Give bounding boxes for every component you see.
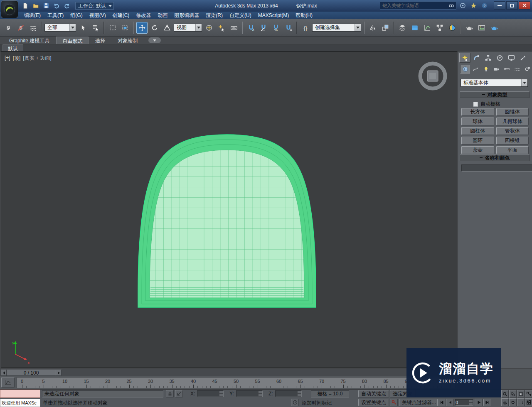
set-keys-toggle[interactable] — [390, 399, 398, 406]
previous-key-button[interactable] — [446, 399, 454, 406]
sphere-button[interactable]: 球体 — [461, 118, 494, 125]
spatula-head-object[interactable] — [138, 135, 316, 307]
redo-button[interactable] — [62, 2, 71, 10]
snaps-toggle-button[interactable]: 3 — [245, 22, 256, 34]
select-and-manipulate-button[interactable] — [216, 22, 227, 34]
menu-animation[interactable]: 动画 — [154, 12, 171, 20]
go-to-start-button[interactable] — [437, 399, 445, 406]
menu-views[interactable]: 视图(V) — [86, 12, 109, 20]
select-and-rotate-button[interactable] — [149, 22, 160, 34]
ribbon-tab-object-paint[interactable]: 对象绘制 — [112, 37, 143, 44]
go-to-end-button[interactable] — [483, 399, 491, 406]
tab-create[interactable] — [459, 53, 470, 63]
rectangular-selection-region-button[interactable] — [107, 22, 118, 34]
next-frame-button[interactable] — [56, 370, 62, 376]
auto-key-button[interactable]: 自动关键点 — [358, 390, 389, 397]
x-spinner[interactable] — [219, 391, 223, 397]
align-button[interactable] — [379, 22, 391, 34]
z-coordinate-input[interactable] — [276, 391, 296, 397]
primitive-category-dropdown[interactable]: 标准基本体 — [461, 79, 528, 87]
zoom-region-button[interactable] — [517, 398, 525, 406]
select-and-scale-button[interactable] — [161, 22, 172, 34]
select-and-link-button[interactable] — [2, 22, 14, 34]
menu-rendering[interactable]: 渲染(R) — [202, 12, 226, 20]
save-file-button[interactable] — [42, 2, 51, 10]
help-button[interactable]: ? — [480, 1, 489, 10]
maxscript-mini-listener[interactable]: 欢迎使用 MAXSc — [0, 399, 40, 407]
tab-hierarchy[interactable] — [483, 53, 494, 63]
cone-button[interactable]: 圆锥体 — [496, 108, 529, 116]
curve-editor-button[interactable] — [421, 22, 433, 34]
schematic-view-button[interactable] — [434, 22, 445, 34]
tab-motion[interactable] — [494, 53, 505, 63]
geosphere-button[interactable]: 几何球体 — [496, 118, 529, 125]
ribbon-tab-graphite[interactable]: Graphite 建模工具 — [3, 37, 55, 44]
menu-graph-editors[interactable]: 图形编辑器 — [171, 12, 202, 20]
category-helpers[interactable] — [502, 65, 512, 74]
zoom-extents-button[interactable] — [517, 390, 525, 398]
current-frame-field[interactable] — [455, 399, 473, 406]
menu-modifiers[interactable]: 修改器 — [133, 12, 154, 20]
zoom-all-button[interactable] — [509, 390, 517, 398]
set-key-button[interactable]: 设置关键点 — [358, 399, 389, 406]
name-color-rollout[interactable]: 名称和颜色 — [460, 154, 530, 161]
pan-button[interactable] — [501, 398, 509, 406]
workspace-dropdown[interactable]: 工作台: 默认 — [75, 2, 114, 10]
viewport-menu-button[interactable]: [+] — [5, 55, 10, 62]
select-and-move-button[interactable] — [136, 22, 148, 34]
graphite-ribbon-toggle-button[interactable] — [409, 22, 420, 34]
rendered-frame-window-button[interactable] — [476, 22, 487, 34]
communication-center-button[interactable] — [458, 1, 467, 10]
frame-spinner[interactable] — [469, 400, 473, 405]
open-file-button[interactable] — [31, 2, 40, 10]
angle-snap-toggle-button[interactable] — [258, 22, 269, 34]
ribbon-tab-freeform[interactable]: 自由形式 — [56, 37, 89, 44]
teapot-button[interactable]: 茶壶 — [461, 146, 494, 154]
ribbon-tab-selection[interactable]: 选择 — [89, 37, 111, 44]
x-coordinate-input[interactable] — [197, 391, 218, 397]
track-bar-ruler[interactable]: 0510152025303540455055606570758085909510… — [17, 377, 456, 388]
open-mini-curve-editor-button[interactable] — [1, 378, 15, 387]
selection-lock-toggle[interactable] — [166, 390, 174, 397]
play-button[interactable] — [475, 399, 483, 406]
orbit-button[interactable] — [509, 398, 517, 406]
y-spinner[interactable] — [258, 391, 262, 397]
bind-to-space-warp-button[interactable] — [27, 22, 39, 34]
category-systems[interactable] — [522, 65, 532, 74]
edit-named-selection-sets-button[interactable]: {} — [300, 22, 311, 34]
time-slider-track[interactable]: 0 / 100 — [0, 369, 457, 376]
plane-button[interactable]: 平面 — [496, 146, 529, 154]
maximize-button[interactable] — [506, 1, 518, 10]
cylinder-button[interactable]: 圆柱体 — [461, 127, 494, 135]
object-type-rollout[interactable]: 对象类型 — [460, 91, 530, 98]
view-cube[interactable] — [418, 61, 447, 91]
category-space-warps[interactable] — [512, 65, 522, 74]
maximize-viewport-toggle[interactable] — [525, 398, 532, 406]
mirror-button[interactable] — [367, 22, 378, 34]
category-lights[interactable] — [481, 65, 491, 74]
x-coordinate-field[interactable] — [197, 390, 224, 397]
maxscript-mini-listener-pink[interactable] — [0, 390, 40, 398]
viewport-view-button[interactable]: [顶] — [13, 55, 21, 62]
torus-button[interactable]: 圆环 — [461, 137, 494, 145]
y-coordinate-input[interactable] — [236, 391, 257, 397]
render-setup-button[interactable] — [463, 22, 475, 34]
unlink-selection-button[interactable] — [15, 22, 26, 34]
layer-manager-button[interactable] — [397, 22, 408, 34]
menu-create[interactable]: 创建(C) — [109, 12, 133, 20]
z-spinner[interactable] — [297, 391, 301, 397]
z-coordinate-field[interactable] — [275, 390, 302, 397]
time-slider-handle[interactable]: 0 / 100 — [1, 370, 62, 376]
select-by-name-button[interactable] — [90, 22, 101, 34]
tab-utilities[interactable] — [517, 53, 529, 63]
category-cameras[interactable] — [491, 65, 501, 74]
box-button[interactable]: 长方体 — [461, 108, 494, 116]
selection-filter-dropdown[interactable]: 全部 — [44, 24, 76, 32]
menu-edit[interactable]: 编辑(E) — [21, 12, 44, 20]
search-button[interactable] — [447, 1, 456, 10]
minimize-button[interactable] — [494, 1, 505, 10]
zoom-extents-all-button[interactable] — [525, 390, 532, 398]
search-input[interactable] — [380, 2, 447, 9]
new-file-button[interactable] — [21, 2, 30, 10]
ribbon-minimize-button[interactable] — [148, 37, 161, 43]
